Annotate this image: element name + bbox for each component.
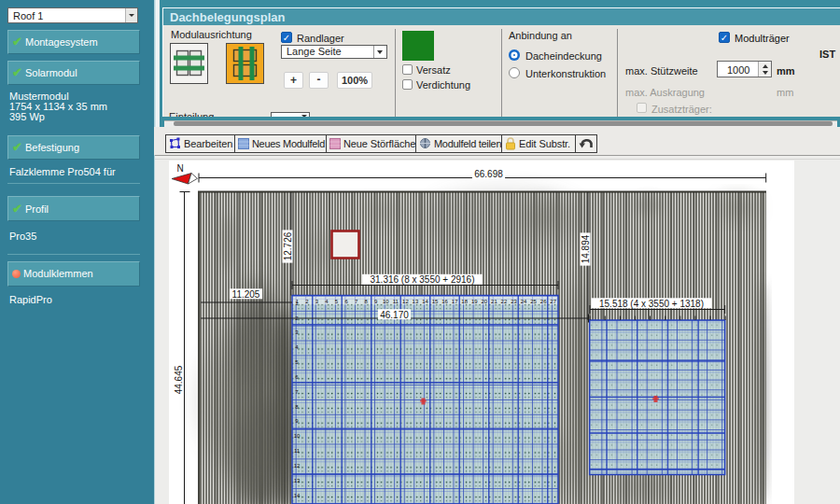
svg-text:26: 26 (540, 299, 547, 304)
svg-text:23: 23 (511, 299, 517, 304)
svg-text:12: 12 (402, 299, 409, 304)
svg-text:12: 12 (294, 463, 301, 469)
svg-text:14.894: 14.894 (581, 234, 591, 263)
svg-text:19: 19 (471, 299, 478, 304)
svg-text:14: 14 (422, 299, 428, 304)
svg-text:17: 17 (452, 299, 458, 304)
svg-text:21: 21 (491, 299, 497, 304)
svg-text:10: 10 (294, 433, 301, 439)
svg-text:N: N (177, 163, 184, 174)
svg-text:22: 22 (501, 299, 508, 304)
svg-text:24: 24 (521, 299, 527, 304)
svg-text:11.205: 11.205 (232, 289, 260, 300)
svg-text:11: 11 (393, 299, 399, 304)
svg-text:27: 27 (550, 299, 556, 304)
svg-text:18: 18 (461, 299, 468, 304)
svg-text:13: 13 (294, 478, 301, 483)
svg-text:16: 16 (441, 299, 448, 304)
svg-text:11: 11 (294, 448, 301, 454)
svg-text:31.316 (8 x 3550 + 2916): 31.316 (8 x 3550 + 2916) (370, 274, 474, 285)
svg-text:13: 13 (413, 299, 419, 304)
svg-text:46.170: 46.170 (380, 310, 409, 320)
svg-text:14: 14 (294, 493, 301, 498)
svg-text:10: 10 (383, 299, 389, 304)
svg-text:20: 20 (481, 299, 487, 304)
svg-text:44.645: 44.645 (174, 365, 184, 394)
svg-text:15: 15 (432, 299, 439, 304)
svg-text:12.726: 12.726 (283, 231, 293, 260)
svg-text:15.518 (4 x 3550 + 1318): 15.518 (4 x 3550 + 1318) (599, 299, 704, 309)
svg-text:25: 25 (530, 299, 537, 304)
svg-text:66.698: 66.698 (474, 169, 503, 179)
